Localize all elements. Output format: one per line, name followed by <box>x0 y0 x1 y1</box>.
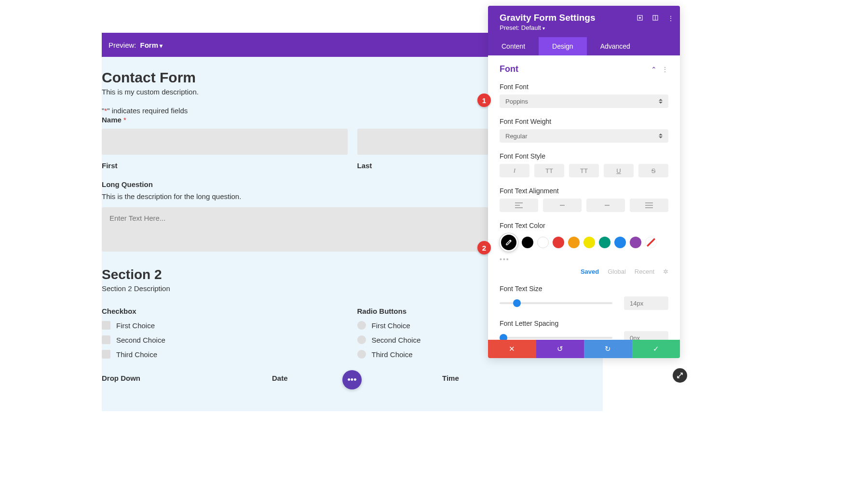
swatch-purple[interactable] <box>630 237 641 248</box>
font-style-label: Font Font Style <box>500 152 668 160</box>
panel-header: Gravity Form Settings Preset: Default ⋮ <box>488 6 680 37</box>
annotation-badge-1: 1 <box>477 93 491 107</box>
swatch-red[interactable] <box>553 237 564 248</box>
gear-icon[interactable]: ✲ <box>663 268 668 275</box>
align-center-icon <box>558 202 566 208</box>
eyedropper-icon <box>505 239 513 246</box>
undo-button[interactable]: ↺ <box>536 340 584 358</box>
font-weight-select[interactable]: Regular <box>500 129 668 143</box>
swatch-teal[interactable] <box>599 237 610 248</box>
settings-panel: Gravity Form Settings Preset: Default ⋮ … <box>488 6 680 358</box>
swatch-none[interactable] <box>645 237 657 248</box>
more-dots-icon[interactable]: ••• <box>500 255 668 263</box>
save-button[interactable]: ✓ <box>632 340 680 358</box>
font-section-header[interactable]: Font ⌃ ⋮ <box>488 55 680 80</box>
dots-icon: ••• <box>348 375 357 385</box>
color-tab-saved[interactable]: Saved <box>581 268 599 275</box>
font-section-title: Font <box>500 64 518 74</box>
swatch-orange[interactable] <box>568 237 580 248</box>
color-picker-button[interactable] <box>500 233 518 252</box>
checkbox-icon <box>102 350 110 359</box>
letter-spacing-value[interactable]: 0px <box>624 331 668 340</box>
font-family-select[interactable]: Poppins <box>500 94 668 108</box>
check-icon: ✓ <box>653 345 659 353</box>
swatch-blue[interactable] <box>614 237 626 248</box>
align-left-icon <box>515 202 523 208</box>
underline-button[interactable]: U <box>604 164 634 177</box>
expand-panel-fab[interactable] <box>673 368 687 383</box>
slider-thumb[interactable] <box>500 334 507 340</box>
redo-button[interactable]: ↻ <box>584 340 632 358</box>
more-options-fab[interactable]: ••• <box>342 370 362 389</box>
checkbox-title: Checkbox <box>102 307 348 315</box>
swatch-yellow[interactable] <box>583 237 595 248</box>
letter-spacing-label: Font Letter Spacing <box>500 320 668 327</box>
color-tab-recent[interactable]: Recent <box>635 268 654 275</box>
uppercase-button[interactable]: TT <box>534 164 564 177</box>
close-icon: ✕ <box>509 345 515 353</box>
tab-design[interactable]: Design <box>539 37 587 55</box>
expand-icon <box>677 372 683 379</box>
text-size-label: Font Text Size <box>500 285 668 293</box>
font-family-label: Font Font <box>500 83 668 91</box>
redo-icon: ↻ <box>605 345 611 353</box>
align-right-button[interactable] <box>586 199 625 212</box>
radio-icon <box>357 350 366 359</box>
chevron-up-icon[interactable]: ⌃ <box>651 66 657 73</box>
radio-icon <box>357 335 366 344</box>
smallcaps-button[interactable]: TT <box>569 164 599 177</box>
align-center-button[interactable] <box>543 199 582 212</box>
slider-thumb[interactable] <box>513 299 521 307</box>
checkbox-icon <box>102 321 110 330</box>
kebab-icon[interactable]: ⋮ <box>667 14 674 22</box>
align-justify-icon <box>645 202 653 208</box>
letter-spacing-slider[interactable] <box>500 337 612 339</box>
tab-advanced[interactable]: Advanced <box>587 37 644 55</box>
checkbox-option[interactable]: First Choice <box>102 321 348 330</box>
tab-content[interactable]: Content <box>488 37 539 55</box>
panel-preset-dropdown[interactable]: Preset: Default <box>500 24 668 31</box>
text-size-slider[interactable] <box>500 302 612 304</box>
radio-icon <box>357 321 366 330</box>
panel-tabs: Content Design Advanced <box>488 37 680 55</box>
panel-body: Font ⌃ ⋮ Font Font Poppins Font Font Wei… <box>488 55 680 340</box>
align-left-button[interactable] <box>500 199 538 212</box>
italic-button[interactable]: I <box>500 164 529 177</box>
checkbox-option[interactable]: Third Choice <box>102 350 348 359</box>
checkbox-option[interactable]: Second Choice <box>102 335 348 344</box>
swatch-black[interactable] <box>522 237 533 248</box>
panel-footer: ✕ ↺ ↻ ✓ <box>488 340 680 358</box>
time-label: Time <box>442 374 603 382</box>
focus-icon[interactable] <box>637 14 643 22</box>
color-tab-global[interactable]: Global <box>608 268 626 275</box>
layout-icon[interactable] <box>652 14 659 22</box>
first-name-input[interactable] <box>102 129 348 155</box>
preview-mode-dropdown[interactable]: Form <box>140 41 163 49</box>
text-alignment-label: Font Text Alignment <box>500 187 668 195</box>
align-right-icon <box>602 202 610 208</box>
text-size-value[interactable]: 14px <box>624 296 668 310</box>
text-color-label: Font Text Color <box>500 222 668 229</box>
strikethrough-button[interactable]: S <box>638 164 668 177</box>
swatch-white[interactable] <box>537 237 549 248</box>
checkbox-icon <box>102 335 110 344</box>
cancel-button[interactable]: ✕ <box>488 340 536 358</box>
annotation-badge-2: 2 <box>477 241 491 254</box>
svg-point-1 <box>639 17 641 19</box>
align-justify-button[interactable] <box>630 199 668 212</box>
first-name-sublabel: First <box>102 161 348 170</box>
dropdown-label: Drop Down <box>102 374 262 382</box>
kebab-icon[interactable]: ⋮ <box>662 66 668 73</box>
undo-icon: ↺ <box>557 345 563 353</box>
font-weight-label: Font Font Weight <box>500 118 668 125</box>
preview-label: Preview: <box>108 41 136 49</box>
